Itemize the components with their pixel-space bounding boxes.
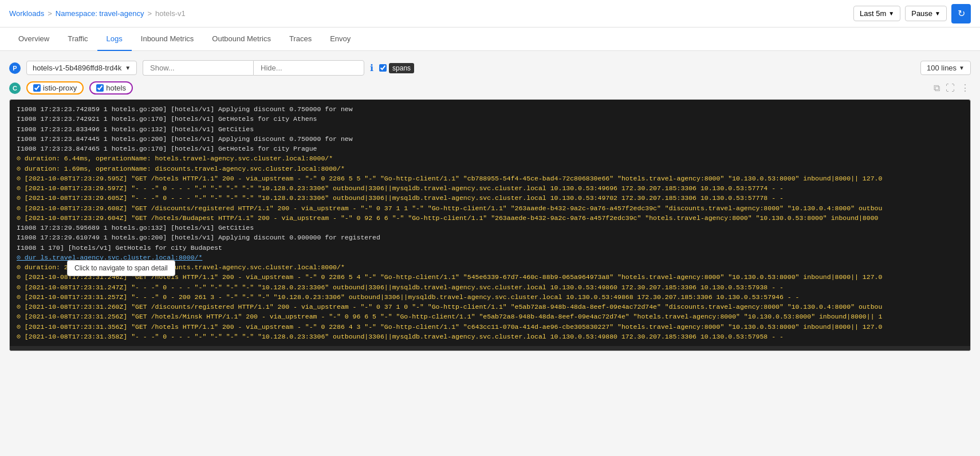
tab-overview[interactable]: Overview: [9, 27, 58, 51]
breadcrumb-service: hotels-v1: [155, 9, 186, 18]
log-line: I1008 17:23:29.595689 1 hotels.go:132] […: [12, 223, 968, 233]
filter-row: P hotels-v1-5b4896ffd8-trd4k ▼ ℹ spans 1…: [9, 60, 971, 76]
log-scroll[interactable]: I1008 17:23:23.742859 1 hotels.go:200] […: [10, 100, 970, 346]
spans-filter: spans: [379, 63, 414, 73]
info-icon[interactable]: ℹ: [370, 62, 373, 73]
breadcrumb-workloads[interactable]: Workloads: [9, 9, 44, 18]
tab-envoy[interactable]: Envoy: [321, 27, 360, 51]
log-line: ⊙ [2021-10-08T17:23:29.605Z] "- - -" 0 -…: [12, 193, 968, 203]
logs-content: P hotels-v1-5b4896ffd8-trd4k ▼ ℹ spans 1…: [0, 51, 980, 360]
copy-button[interactable]: ⧉: [932, 81, 941, 95]
tab-traffic[interactable]: Traffic: [58, 27, 97, 51]
lines-selector[interactable]: 100 lines ▼: [920, 61, 971, 75]
breadcrumb-namespace[interactable]: Namespace: travel-agency: [56, 9, 144, 18]
spans-badge: spans: [389, 63, 414, 73]
horizontal-scrollbar[interactable]: [10, 346, 970, 351]
spans-checkbox[interactable]: [379, 64, 387, 72]
time-range-dropdown[interactable]: Last 5m ▼: [853, 6, 900, 21]
chevron-down-icon: ▼: [935, 10, 940, 17]
breadcrumb-sep1: >: [48, 9, 52, 18]
show-hide-filter: [143, 60, 364, 76]
container-chip-istio-proxy[interactable]: istio-proxy: [26, 81, 84, 95]
container-row: C istio-proxy hotels ⧉ ⛶ ⋮: [9, 81, 971, 95]
log-line: I1008 17:23:29.610749 1 hotels.go:200] […: [12, 233, 968, 242]
log-line: I1008 17:23:23.833496 1 hotels.go:132] […: [12, 124, 968, 134]
log-line: ⊙ [2021-10-08T17:23:31.247Z] "- - -" 0 -…: [12, 282, 968, 292]
hide-input[interactable]: [253, 60, 364, 76]
tab-inbound-metrics[interactable]: Inbound Metrics: [132, 27, 203, 51]
chevron-down-icon: ▼: [125, 65, 131, 71]
expand-button[interactable]: ⛶: [944, 81, 956, 95]
container-badge: C: [9, 82, 21, 94]
log-line: I1008 1 170] [hotels/v1] GetHotels for c…: [12, 243, 968, 253]
log-line: I1008 17:23:23.847445 1 hotels.go:200] […: [12, 134, 968, 144]
tabs-bar: Overview Traffic Logs Inbound Metrics Ou…: [0, 27, 980, 51]
log-line: ⊙ [2021-10-08T17:23:29.595Z] "GET /hotel…: [12, 174, 968, 183]
chevron-down-icon: ▼: [888, 10, 894, 17]
hotels-label: hotels: [106, 84, 126, 92]
chevron-down-icon: ▼: [959, 65, 965, 71]
log-line: ⊙ [2021-10-08T17:23:29.604Z] "GET /hotel…: [12, 213, 968, 223]
tab-traces[interactable]: Traces: [280, 27, 321, 51]
tab-outbound-metrics[interactable]: Outbound Metrics: [203, 27, 280, 51]
show-input[interactable]: [143, 60, 253, 76]
span-tooltip: Click to navigate to span detail: [67, 260, 175, 276]
log-line: ⊙ [2021-10-08T17:23:31.260Z] "GET /disco…: [12, 302, 968, 312]
log-line: ⊙ [2021-10-08T17:23:31.256Z] "GET /hotel…: [12, 312, 968, 321]
log-line: I1008 17:23:23.742859 1 hotels.go:200] […: [12, 104, 968, 114]
top-bar: Workloads > Namespace: travel-agency > h…: [0, 0, 980, 27]
log-line: ⊙ [2021-10-08T17:23:31.257Z] "- - -" 0 -…: [12, 292, 968, 302]
log-area: I1008 17:23:23.742859 1 hotels.go:200] […: [9, 99, 971, 351]
log-line: ⊙ [2021-10-08T17:23:29.597Z] "- - -" 0 -…: [12, 183, 968, 193]
log-line: ⊙ [2021-10-08T17:23:29.608Z] "GET /disco…: [12, 203, 968, 213]
istio-proxy-checkbox[interactable]: [33, 84, 41, 92]
istio-proxy-label: istio-proxy: [43, 84, 77, 92]
log-line: ⊙ [2021-10-08T17:23:31.358Z] "- - -" 0 -…: [12, 332, 968, 341]
pod-name: hotels-v1-5b4896ffd8-trd4k: [33, 64, 121, 72]
pause-dropdown[interactable]: Pause ▼: [905, 6, 947, 21]
hotels-checkbox[interactable]: [96, 84, 104, 92]
log-line: ⊙ duration: 6.44ms, operationName: hotel…: [12, 154, 968, 163]
log-line: ⊙ duration: 1.69ms, operationName: disco…: [12, 164, 968, 174]
refresh-button[interactable]: ↻: [951, 4, 971, 23]
top-controls: Last 5m ▼ Pause ▼ ↻: [853, 4, 971, 23]
pod-badge: P: [9, 62, 21, 74]
more-options-button[interactable]: ⋮: [959, 81, 971, 95]
container-chip-hotels[interactable]: hotels: [89, 81, 133, 95]
pod-selector[interactable]: hotels-v1-5b4896ffd8-trd4k ▼: [26, 61, 137, 75]
breadcrumb: Workloads > Namespace: travel-agency > h…: [9, 9, 186, 18]
tab-logs[interactable]: Logs: [97, 27, 132, 51]
breadcrumb-sep2: >: [147, 9, 152, 18]
log-line: I1008 17:23:23.847465 1 hotels.go:170] […: [12, 144, 968, 154]
log-line: ⊙ [2021-10-08T17:23:31.356Z] "GET /hotel…: [12, 322, 968, 332]
log-line: I1008 17:23:23.742921 1 hotels.go:170] […: [12, 114, 968, 124]
